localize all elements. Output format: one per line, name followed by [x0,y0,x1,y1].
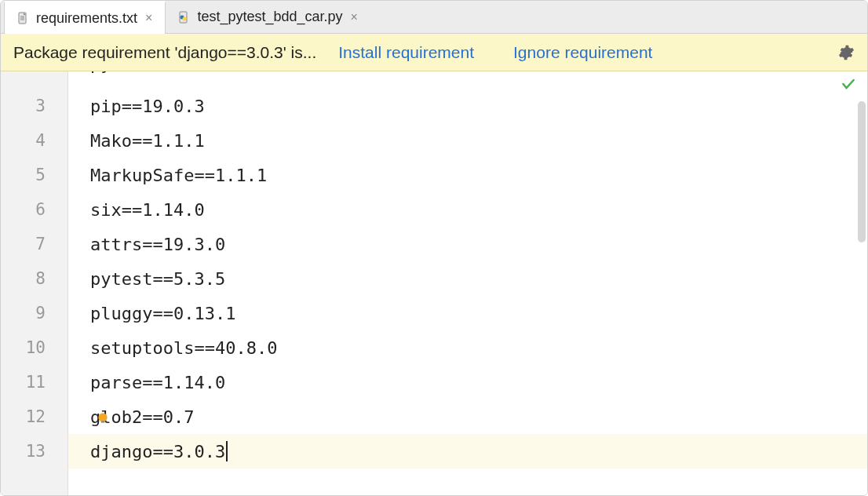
code-line[interactable]: setuptools==40.8.0 [68,330,867,365]
line-number [1,71,67,89]
code-line[interactable]: django==3.0.3 [68,434,867,469]
code-line[interactable]: MarkupSafe==1.1.1 [68,158,867,192]
tab-label: test_pytest_bdd_car.py [197,9,342,25]
line-number: 8 [1,261,67,296]
lightbulb-icon[interactable] [96,410,110,424]
line-number: 5 [1,158,67,192]
line-number: 13 [1,434,67,469]
install-requirement-link[interactable]: Install requirement [338,43,474,62]
code-line[interactable]: pytest==5.3.5 [68,261,867,296]
notification-bar: Package requirement 'django==3.0.3' is..… [1,34,867,71]
code-line[interactable]: attrs==19.3.0 [68,227,867,261]
code-line[interactable]: py 2.0.1 [68,71,867,89]
code-content[interactable]: py 2.0.1 pip==19.0.3 Mako==1.1.1 MarkupS… [68,71,867,495]
python-file-icon [177,10,191,24]
text-cursor [226,441,228,461]
code-line[interactable]: pluggy==0.13.1 [68,296,867,330]
line-number: 11 [1,365,67,399]
ignore-requirement-link[interactable]: Ignore requirement [513,43,652,62]
line-number: 10 [1,330,67,365]
code-line[interactable]: Mako==1.1.1 [68,123,867,158]
text-file-icon [16,11,30,25]
editor: 3 4 5 6 7 8 9 10 11 12 13 py 2.0.1 pip==… [1,71,867,495]
notification-text: Package requirement 'django==3.0.3' is..… [13,43,316,62]
line-number: 4 [1,123,67,158]
code-line[interactable]: six==1.14.0 [68,192,867,227]
tab-bar: requirements.txt × test_pytest_bdd_car.p… [1,1,867,34]
close-icon[interactable]: × [349,10,359,24]
tab-python-test[interactable]: test_pytest_bdd_car.py × [166,1,370,33]
svg-point-6 [183,16,187,20]
gutter: 3 4 5 6 7 8 9 10 11 12 13 [1,71,68,495]
svg-rect-8 [101,421,105,422]
close-icon[interactable]: × [144,11,154,25]
tab-label: requirements.txt [36,10,137,27]
code-line[interactable]: pip==19.0.3 [68,89,867,123]
line-number: 6 [1,192,67,227]
line-number: 9 [1,296,67,330]
line-number: 3 [1,89,67,123]
line-number: 7 [1,227,67,261]
line-number: 12 [1,399,67,434]
code-line[interactable]: glob2==0.7 [68,399,867,434]
gear-icon[interactable] [837,44,855,61]
tab-requirements[interactable]: requirements.txt × [4,1,166,33]
code-line[interactable]: parse==1.14.0 [68,365,867,399]
svg-point-7 [98,413,107,421]
